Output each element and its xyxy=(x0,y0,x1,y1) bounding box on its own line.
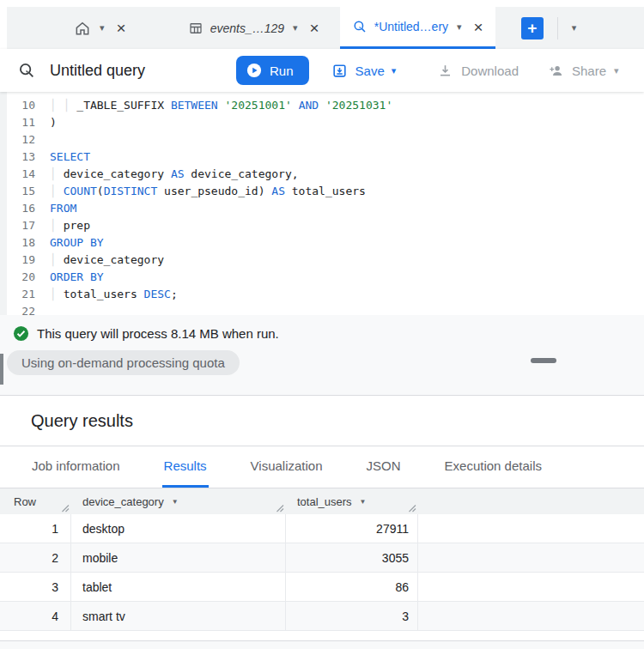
table-icon xyxy=(188,21,204,36)
header-label: total_users xyxy=(297,495,352,508)
cell-row-number: 3 xyxy=(0,573,71,601)
new-tab-button[interactable]: + xyxy=(521,17,544,39)
bigquery-console: ▾ × events_…129 ▾ × *Untitled…ery ▾ × xyxy=(0,0,644,649)
share-button[interactable]: Share ▾ xyxy=(548,63,619,79)
table-row: 3tablet86 xyxy=(0,573,644,602)
run-button[interactable]: Run xyxy=(236,56,309,85)
query-tab-caret-icon[interactable]: ▾ xyxy=(457,22,462,32)
code-line[interactable]: 19│ device_category xyxy=(0,252,644,269)
code-line[interactable]: 15│ COUNT(DISTINCT user_pseudo_id) AS to… xyxy=(0,183,644,200)
save-button[interactable]: Save ▾ xyxy=(331,63,397,79)
query-title: Untitled query xyxy=(50,62,200,80)
code-line[interactable]: 11) xyxy=(0,114,644,131)
column-resize-icon[interactable] xyxy=(275,503,284,513)
code-line[interactable]: 13SELECT xyxy=(0,149,644,166)
header-cell-total-users[interactable]: total_users ▼ xyxy=(286,488,418,514)
table-tail xyxy=(0,631,644,640)
quota-chip: Using on-demand processing quota xyxy=(7,350,240,375)
cell-device-category: mobile xyxy=(71,543,286,572)
query-size-status: This query will process 8.14 MB when run… xyxy=(0,315,644,342)
results-header: Query results xyxy=(0,396,644,446)
results-tab-visualization[interactable]: Visualization xyxy=(249,446,325,488)
cell-row-number: 1 xyxy=(0,514,71,543)
code-text: SELECT xyxy=(50,149,90,166)
results-title: Query results xyxy=(31,411,133,431)
sql-editor[interactable]: 10│ │ _TABLE_SUFFIX BETWEEN '20251001' A… xyxy=(0,92,644,315)
sort-caret-icon[interactable]: ▼ xyxy=(360,498,367,506)
events-tab-caret-icon[interactable]: ▾ xyxy=(293,23,298,33)
line-number: 16 xyxy=(0,200,50,217)
run-button-label: Run xyxy=(270,64,294,78)
code-text: │ │ _TABLE_SUFFIX BETWEEN '20251001' AND… xyxy=(50,97,392,114)
tab-label: events_…129 xyxy=(210,21,284,35)
code-text: GROUP BY xyxy=(50,234,104,252)
plus-icon: + xyxy=(527,19,537,38)
home-tab-caret-icon[interactable]: ▾ xyxy=(100,23,105,33)
code-line[interactable]: 10│ │ _TABLE_SUFFIX BETWEEN '20251001' A… xyxy=(0,97,644,114)
tab-overflow-caret-icon[interactable]: ▾ xyxy=(572,23,577,33)
header-cell-filler xyxy=(418,488,644,514)
table-row: 4smart tv3 xyxy=(0,602,644,631)
code-line[interactable]: 17│ prep xyxy=(0,217,644,234)
line-number: 11 xyxy=(0,114,50,131)
download-button[interactable]: Download xyxy=(437,63,519,79)
home-tab[interactable]: ▾ × xyxy=(74,20,126,37)
query-toolbar: Untitled query Run Save ▾ Download Share… xyxy=(0,49,644,92)
bottom-status-strip xyxy=(0,640,644,649)
query-magnifier-icon xyxy=(17,61,36,80)
table-header-row: Row device_category ▼ total_users ▼ xyxy=(0,488,644,514)
header-cell-row[interactable]: Row xyxy=(0,488,71,514)
code-line[interactable]: 20ORDER BY xyxy=(0,269,644,286)
untitled-query-tab[interactable]: *Untitled…ery ▾ × xyxy=(340,7,495,49)
line-number: 12 xyxy=(0,131,50,149)
share-button-label: Share xyxy=(572,64,606,78)
code-text: │ device_category xyxy=(50,252,164,269)
cell-filler xyxy=(418,543,644,572)
code-text: ORDER BY xyxy=(50,269,104,286)
results-panel: Query results Job informationResultsVisu… xyxy=(0,396,644,640)
code-text: │ prep xyxy=(50,217,90,234)
column-resize-icon[interactable] xyxy=(60,503,70,513)
cell-row-number: 2 xyxy=(0,543,71,572)
results-tab-results[interactable]: Results xyxy=(162,446,209,488)
query-tab-close-icon[interactable]: × xyxy=(474,19,483,35)
line-number: 19 xyxy=(0,252,50,269)
scrollbar-thumb[interactable] xyxy=(0,354,3,385)
save-caret-icon: ▾ xyxy=(392,66,397,76)
table-row: 2mobile3055 xyxy=(0,543,644,573)
line-number: 21 xyxy=(0,286,50,303)
line-number: 13 xyxy=(0,149,50,166)
header-label: device_category xyxy=(82,495,164,508)
events-tab-close-icon[interactable]: × xyxy=(310,20,319,36)
results-tab-json[interactable]: JSON xyxy=(365,446,403,488)
results-tab-job-information[interactable]: Job information xyxy=(30,446,122,488)
tab-label: *Untitled…ery xyxy=(374,20,448,33)
code-line[interactable]: 14│ device_category AS device_category, xyxy=(0,166,644,183)
cell-filler xyxy=(418,602,644,630)
play-icon xyxy=(246,63,262,78)
code-line[interactable]: 21│ total_users DESC; xyxy=(0,286,644,303)
success-check-icon xyxy=(13,325,29,342)
sort-caret-icon[interactable]: ▼ xyxy=(172,498,179,506)
code-line[interactable]: 18GROUP BY xyxy=(0,234,644,252)
line-number: 17 xyxy=(0,217,50,234)
quota-chip-label: Using on-demand processing quota xyxy=(21,355,225,370)
header-label: Row xyxy=(14,495,36,508)
editor-tab-bar: ▾ × events_…129 ▾ × *Untitled…ery ▾ × xyxy=(0,0,644,49)
events-table-tab[interactable]: events_…129 ▾ × xyxy=(179,7,328,49)
query-icon xyxy=(352,19,368,34)
line-number: 20 xyxy=(0,269,50,286)
save-icon xyxy=(331,63,348,79)
code-line[interactable]: 16FROM xyxy=(0,200,644,217)
panel-drag-handle[interactable] xyxy=(531,358,556,363)
results-tab-execution-details[interactable]: Execution details xyxy=(443,446,544,488)
person-add-icon xyxy=(548,63,564,79)
column-resize-icon[interactable] xyxy=(407,503,416,513)
home-tab-close-icon[interactable]: × xyxy=(117,20,126,36)
cell-total-users: 86 xyxy=(286,573,418,601)
share-caret-icon: ▾ xyxy=(614,66,619,76)
code-text: ) xyxy=(50,114,57,131)
table-row: 1desktop27911 xyxy=(0,514,644,543)
code-line[interactable]: 12 xyxy=(0,131,644,149)
header-cell-device-category[interactable]: device_category ▼ xyxy=(71,488,286,514)
